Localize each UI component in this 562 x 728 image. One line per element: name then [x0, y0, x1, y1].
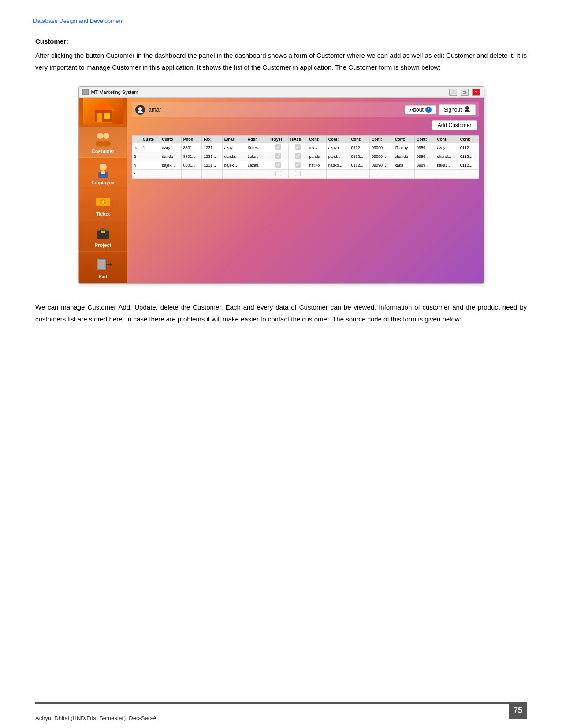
table-section: Add Customer — [132, 120, 479, 133]
minimize-button[interactable]: — — [449, 89, 457, 96]
cell-addr: Loka... — [246, 152, 268, 161]
cell-empty — [307, 170, 326, 179]
cell-cont2: pand... — [326, 152, 349, 161]
sidebar-label-employee: Employee — [92, 180, 115, 185]
cell-phone: 8801... — [181, 152, 202, 161]
table-row-new: * — [132, 170, 479, 179]
cell-empty — [393, 170, 414, 179]
signout-button[interactable]: Signout — [439, 104, 476, 115]
sidebar-item-ticket[interactable]: Ticket — [79, 189, 127, 220]
svg-marker-21 — [106, 263, 112, 266]
customer-table: Custe Custo Phon Fax Email Addr IsSyst I… — [132, 135, 479, 179]
cell-empty — [435, 170, 458, 179]
svg-point-25 — [465, 110, 470, 112]
cell-issyst — [268, 143, 288, 152]
table-row: 2 danda 8801... 1231... danda... Loka...… — [132, 152, 479, 161]
cell-cont4: 09090... — [369, 143, 393, 152]
svg-marker-17 — [97, 228, 109, 231]
cell-cont3: 0112... — [349, 152, 370, 161]
top-bar-left: amar — [135, 105, 162, 115]
row-selector: 4 — [132, 161, 141, 170]
table-row: 4 bajek... 8801... 1231... bajek... Lazi… — [132, 161, 479, 170]
cell-issyst-new — [268, 170, 288, 179]
svg-point-10 — [100, 164, 107, 171]
col-header-11: Cont: — [349, 136, 370, 143]
cell-isacti — [288, 143, 307, 152]
cell-cont8: 0112... — [458, 152, 479, 161]
sidebar-label-costumer: Costumer — [92, 149, 114, 154]
col-header-1: Custe — [141, 136, 160, 143]
cell-id: 1 — [141, 143, 160, 152]
about-button[interactable]: About i — [405, 105, 436, 114]
cell-cont5: chanda — [393, 152, 414, 161]
sidebar-item-project[interactable]: Project — [79, 220, 127, 252]
svg-rect-3 — [97, 113, 102, 122]
table-header-row: Custe Custo Phon Fax Email Addr IsSyst I… — [132, 136, 479, 143]
close-button[interactable]: ✕ — [472, 89, 480, 96]
sidebar-label-exit: Exit — [98, 274, 107, 279]
svg-point-9 — [102, 141, 111, 147]
col-header-2: Custo — [160, 136, 181, 143]
cell-cont5: IT azay — [393, 143, 414, 152]
users-icon — [92, 130, 114, 148]
cell-empty — [458, 170, 479, 179]
svg-point-23 — [138, 111, 143, 113]
window-titlebar: MT-Marketing System — □ ✕ — [79, 87, 484, 98]
col-header-14: Cont: — [414, 136, 435, 143]
cell-empty — [349, 170, 370, 179]
page-number-badge: 75 — [509, 702, 527, 719]
col-header-8: IsActi — [288, 136, 307, 143]
cell-phone: 8801... — [181, 143, 202, 152]
svg-point-6 — [97, 133, 103, 139]
app-window: MT-Marketing System — □ ✕ — [78, 86, 484, 284]
section-paragraph2: We can manage Customer Add, Update, dele… — [35, 301, 527, 325]
cell-phone: 8801... — [181, 161, 202, 170]
sidebar-item-employee[interactable]: Employee — [79, 158, 127, 189]
cell-empty — [181, 170, 202, 179]
col-header-3: Phon — [181, 136, 202, 143]
cell-empty — [414, 170, 435, 179]
svg-point-22 — [138, 107, 142, 111]
signout-icon — [464, 105, 471, 114]
svg-rect-1 — [83, 90, 88, 94]
cell-cont5: kaka — [393, 161, 414, 170]
exit-icon — [92, 255, 114, 273]
checkbox-new-isacti — [295, 171, 301, 176]
cell-empty — [369, 170, 393, 179]
sidebar-label-ticket: Ticket — [96, 211, 110, 217]
col-header-10: Cont: — [326, 136, 349, 143]
sidebar-item-costumer[interactable]: Costumer — [79, 127, 127, 158]
sidebar: Costumer Employee — [79, 98, 127, 283]
cell-cont2: azaya... — [326, 143, 349, 152]
cell-empty — [222, 170, 246, 179]
cell-cont6: 0989... — [414, 143, 435, 152]
cell-email: bajek... — [222, 161, 246, 170]
cell-cont7: kaka1... — [435, 161, 458, 170]
cell-email: danda... — [222, 152, 246, 161]
cell-cont2: natiko... — [326, 161, 349, 170]
maximize-button[interactable]: □ — [461, 89, 469, 96]
svg-point-24 — [465, 106, 469, 110]
footer-divider — [35, 702, 527, 704]
footer-text: Achyut Dhital (HND/Frist Semester), Dec-… — [35, 715, 156, 721]
titlebar-left: MT-Marketing System — [82, 89, 138, 95]
top-bar: amar About i Signout — [132, 102, 479, 117]
cell-id — [141, 152, 160, 161]
cell-cont7: chand... — [435, 152, 458, 161]
svg-rect-20 — [98, 260, 105, 269]
col-header-12: Cont: — [369, 136, 393, 143]
checkbox-new-issyst — [275, 171, 281, 176]
cell-cont1: azay — [307, 143, 326, 152]
sidebar-item-exit[interactable]: Exit — [79, 252, 127, 283]
col-header-4: Fax — [202, 136, 223, 143]
window-body: Costumer Employee — [79, 98, 484, 283]
add-customer-button[interactable]: Add Customer — [432, 120, 477, 130]
window-title: MT-Marketing System — [91, 90, 138, 95]
cell-addr: Lazim... — [246, 161, 268, 170]
cell-cont4: 09090... — [369, 152, 393, 161]
cell-fax: 1231... — [202, 143, 223, 152]
cell-id — [141, 161, 160, 170]
checkbox-issyst — [275, 144, 281, 150]
titlebar-right: — □ ✕ — [449, 89, 480, 96]
username-label: amar — [149, 106, 162, 113]
